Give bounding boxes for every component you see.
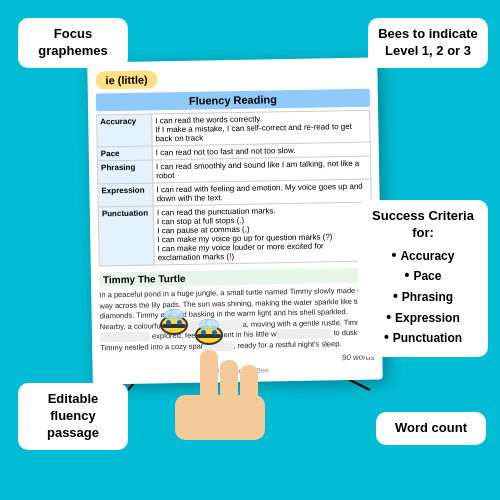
hand-shape (155, 350, 285, 440)
story-title: Timmy The Turtle (99, 268, 373, 288)
skill-accuracy: Accuracy (97, 114, 153, 147)
editable-passage-label: Editable fluency passage (18, 383, 128, 450)
table-row: Accuracy I can read the words correctly.… (97, 110, 371, 147)
focus-graphemes-text: Focus graphemes (38, 26, 107, 58)
bee-2 (195, 325, 223, 345)
bee-eye-left (166, 320, 171, 325)
success-criteria-label: Success Criteria for: Accuracy Pace Phra… (358, 200, 488, 357)
bee-body-2 (195, 325, 223, 345)
skill-punctuation: Punctuation (98, 206, 154, 266)
editable-passage-text: Editable fluency passage (47, 391, 99, 440)
punctuation-desc: I can read the punctuation marks.I can s… (153, 202, 372, 265)
palm (175, 395, 265, 440)
criteria-phrasing: Phrasing (368, 287, 478, 306)
criteria-expression: Expression (368, 308, 478, 327)
success-criteria-list: Accuracy Pace Phrasing Expression Punctu… (368, 246, 478, 347)
grapheme-label: ie (little) (105, 74, 147, 87)
criteria-accuracy: Accuracy (368, 246, 478, 265)
bees-indicate-label: Bees to indicate Level 1, 2 or 3 (368, 18, 488, 68)
bee-1 (160, 315, 188, 335)
bee-eye-right (177, 320, 182, 325)
word-count-text: Word count (395, 420, 467, 435)
bee-2-stripe (197, 334, 221, 338)
hand-with-bees (140, 310, 300, 440)
bee-2-eye-right (212, 330, 217, 335)
word-count-label: Word count (376, 412, 486, 445)
bee-body (160, 315, 188, 335)
criteria-punctuation: Punctuation (368, 328, 478, 347)
criteria-pace: Pace (368, 266, 478, 285)
success-criteria-title: Success Criteria for: (368, 208, 478, 242)
grapheme-bubble: ie (little) (95, 70, 157, 89)
fluency-table: Accuracy I can read the words correctly.… (96, 110, 373, 267)
skill-expression: Expression (98, 183, 153, 207)
table-row: Punctuation I can read the punctuation m… (98, 202, 372, 266)
bee-2-eye-left (201, 330, 206, 335)
skill-phrasing: Phrasing (97, 160, 152, 184)
bee-stripe (162, 324, 186, 328)
skill-pace: Pace (97, 146, 152, 161)
accuracy-desc: I can read the words correctly.If I make… (152, 110, 371, 146)
focus-graphemes-label: Focus graphemes (18, 18, 128, 68)
bees-indicate-text: Bees to indicate Level 1, 2 or 3 (378, 26, 478, 58)
fluency-reading-title: Fluency Reading (96, 89, 370, 112)
